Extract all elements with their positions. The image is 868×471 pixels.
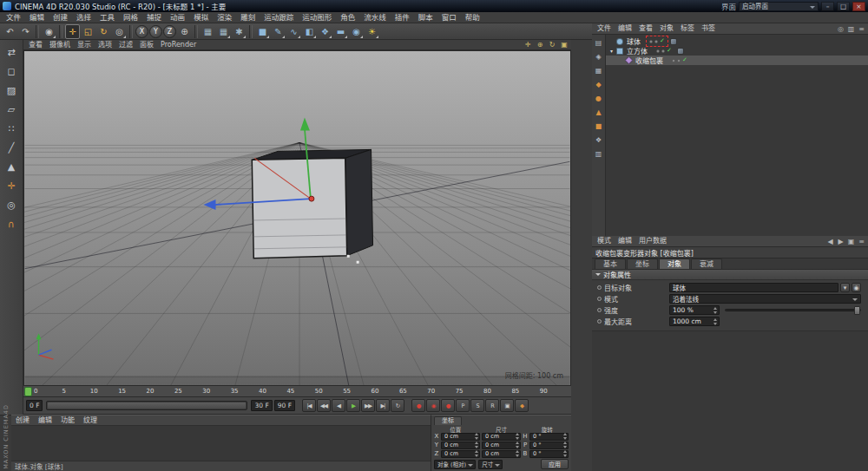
frame-tick-label[interactable]: 20 — [147, 388, 174, 395]
tab-falloff[interactable]: 衰减 — [691, 258, 722, 269]
loop-button[interactable]: ↻ — [391, 399, 404, 412]
spinner-icon[interactable] — [713, 318, 717, 325]
object-name[interactable]: 收缩包裹 — [634, 56, 665, 65]
menubar-item[interactable]: 雕刻 — [236, 12, 260, 23]
strength-field[interactable]: 100 % — [669, 305, 720, 315]
render-settings-button[interactable]: ✱ — [232, 24, 247, 39]
slider-handle[interactable] — [854, 306, 860, 315]
frame-tick-label[interactable]: 10 — [90, 388, 118, 395]
viewport-solo-button[interactable]: ◎ — [3, 197, 19, 213]
expander-icon[interactable]: ▾ — [608, 48, 615, 54]
menubar-item[interactable]: 角色 — [336, 12, 359, 23]
spinner-icon[interactable] — [562, 442, 567, 448]
live-selection-tool[interactable]: ◉ — [42, 24, 56, 39]
position-field[interactable]: 0 cm — [441, 442, 480, 449]
link-pick-icon[interactable] — [852, 283, 861, 292]
lock-icon[interactable]: ▣ — [846, 237, 856, 245]
position-field[interactable]: 0 cm — [441, 450, 480, 458]
frame-tick-label[interactable]: 65 — [399, 388, 427, 395]
material-menu-item[interactable]: 创建 — [11, 415, 34, 426]
rotation-field[interactable]: 0 ° — [529, 442, 569, 449]
enable-axis-button[interactable]: ✛ — [3, 178, 19, 193]
add-spline-menu[interactable]: ∿ — [286, 24, 301, 39]
enabled-check-icon[interactable] — [660, 38, 665, 44]
size-mode-dropdown[interactable]: 尺寸 — [478, 460, 503, 469]
object-manager-menu-item[interactable]: 文件 — [594, 23, 615, 34]
menubar-item[interactable]: 模拟 — [189, 12, 213, 23]
keyframe-dot[interactable] — [597, 285, 602, 290]
record-position-toggle[interactable]: P — [456, 399, 470, 412]
object-row-shrinkwrap[interactable]: 收缩包裹 — [606, 56, 868, 65]
object-manager-menu-item[interactable]: 标签 — [677, 23, 698, 34]
close-button[interactable] — [852, 2, 865, 11]
object-manager-menu-item[interactable]: 查看 — [635, 23, 656, 34]
object-type-icon[interactable] — [625, 56, 634, 65]
coordinate-system-toggle[interactable]: ⊕ — [177, 24, 192, 39]
tab-coordinates[interactable]: 坐标 — [627, 258, 658, 269]
frame-tick-label[interactable]: 70 — [427, 388, 455, 395]
side-palette-icon-9[interactable]: ▥ — [593, 148, 604, 160]
previous-key-button[interactable]: ◀◀ — [317, 399, 331, 412]
add-floor-menu[interactable]: ▬ — [333, 24, 348, 39]
editor-visibility-dot[interactable] — [656, 49, 660, 53]
lock-z-axis-button[interactable]: Z — [163, 25, 176, 38]
pan-view-icon[interactable]: ✛ — [523, 41, 533, 49]
render-visibility-dot[interactable] — [654, 40, 658, 43]
spinner-icon[interactable] — [474, 450, 478, 457]
side-palette-icon-2[interactable]: ◈ — [593, 51, 604, 62]
go-to-start-button[interactable]: |◀ — [302, 399, 316, 412]
separator[interactable] — [129, 25, 133, 38]
object-manager-menu-item[interactable]: 对象 — [656, 23, 677, 34]
menubar-item[interactable]: 编辑 — [25, 12, 49, 23]
object-properties-section-header[interactable]: 对象属性 — [592, 270, 868, 280]
menubar-item[interactable]: 文件 — [2, 12, 25, 23]
side-palette-icon-5[interactable]: ● — [593, 93, 604, 104]
menubar-item[interactable]: 工具 — [95, 12, 119, 23]
menubar-item[interactable]: 网格 — [119, 12, 142, 23]
menubar-item[interactable]: 插件 — [391, 12, 414, 23]
object-name[interactable]: 立方体 — [625, 46, 649, 56]
scale-tool[interactable]: ◱ — [81, 24, 95, 39]
frame-tick-label[interactable]: 60 — [372, 388, 399, 395]
separator[interactable] — [249, 25, 253, 38]
keyframe-dot[interactable] — [597, 308, 602, 312]
side-palette-icon-3[interactable]: ▦ — [593, 65, 604, 76]
spinner-icon[interactable] — [474, 433, 478, 440]
frame-tick-label[interactable]: 40 — [259, 388, 286, 395]
maximize-button[interactable] — [837, 2, 850, 11]
spinner-icon[interactable] — [562, 433, 567, 440]
viewport-menu-item[interactable]: 面板 — [136, 40, 157, 50]
spinner-icon[interactable] — [713, 307, 717, 314]
add-camera-menu[interactable]: ◉ — [349, 24, 364, 39]
phong-tag-icon[interactable] — [670, 38, 677, 45]
lock-y-axis-button[interactable]: Y — [149, 25, 162, 38]
viewport-menu-item[interactable]: 选项 — [95, 40, 115, 50]
record-scale-toggle[interactable]: S — [470, 399, 484, 412]
menubar-item[interactable]: 窗口 — [437, 12, 461, 23]
texture-mode-button[interactable]: ▨ — [3, 82, 19, 98]
render-view-button[interactable]: ▦ — [201, 24, 215, 39]
history-forward-icon[interactable]: ▶ — [836, 237, 845, 245]
frame-tick-label[interactable]: 85 — [511, 388, 539, 395]
rotation-field[interactable]: 0 ° — [529, 433, 569, 441]
add-subdivision-surface-menu[interactable]: ◧ — [302, 24, 317, 39]
points-mode-button[interactable]: ∷ — [3, 121, 19, 136]
mode-dropdown[interactable]: 沿着法线 — [669, 294, 861, 304]
object-row-cube[interactable]: ▾ 立方体 — [606, 46, 868, 56]
lock-x-axis-button[interactable]: X — [135, 25, 148, 38]
frame-tick-label[interactable]: 75 — [456, 388, 483, 395]
range-end-field[interactable]: 90 F — [274, 400, 295, 411]
record-parameter-toggle[interactable]: ▣ — [500, 399, 514, 412]
attribute-menu-item[interactable]: 编辑 — [615, 236, 635, 246]
menubar-item[interactable]: 运动跟踪 — [260, 12, 298, 23]
frame-tick-label[interactable]: 25 — [174, 388, 202, 395]
workplane-mode-button[interactable]: ▱ — [3, 101, 19, 117]
viewport-menu-item[interactable]: ProRender — [157, 40, 200, 50]
timeline-ruler[interactable]: 051015202530354045505560657075808590 — [23, 386, 571, 397]
record-objects-button[interactable]: ● — [441, 399, 455, 412]
rotation-field[interactable]: 0 ° — [529, 450, 569, 458]
object-name[interactable]: 球体 — [625, 36, 642, 46]
range-bar[interactable] — [48, 402, 246, 409]
frame-tick-label[interactable]: 55 — [343, 388, 371, 395]
menubar-item[interactable]: 渲染 — [213, 12, 236, 23]
